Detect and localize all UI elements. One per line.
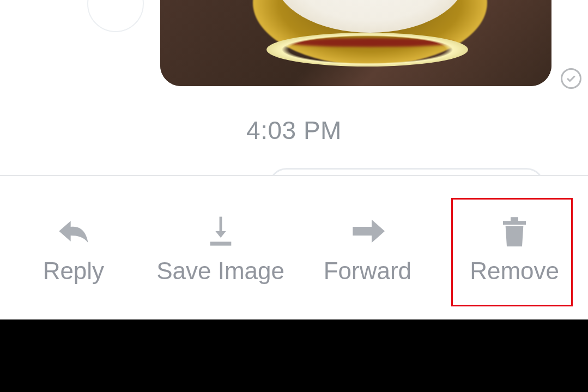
avatar[interactable] — [87, 0, 144, 32]
download-icon — [205, 212, 237, 251]
sent-image-bubble[interactable] — [160, 0, 551, 86]
svg-rect-0 — [210, 242, 231, 245]
forward-label: Forward — [324, 257, 411, 285]
reply-label: Reply — [43, 257, 105, 285]
remove-label: Remove — [470, 257, 559, 285]
trash-icon — [499, 212, 530, 251]
save-image-button[interactable]: Save Image — [147, 176, 294, 319]
message-action-bar: Reply Save Image Forward Remove — [0, 176, 588, 319]
save-image-label: Save Image — [156, 257, 284, 285]
remove-button[interactable]: Remove — [441, 176, 588, 319]
photo-detail — [266, 33, 468, 67]
forward-button[interactable]: Forward — [294, 176, 441, 319]
delivery-status-icon — [561, 68, 581, 89]
timestamp: 4:03 PM — [0, 116, 588, 145]
forward-icon — [350, 212, 385, 251]
android-nav-bar — [0, 319, 588, 392]
message-area: 4:03 PM — [0, 0, 588, 176]
reply-icon — [56, 212, 91, 251]
reply-button[interactable]: Reply — [0, 176, 147, 319]
